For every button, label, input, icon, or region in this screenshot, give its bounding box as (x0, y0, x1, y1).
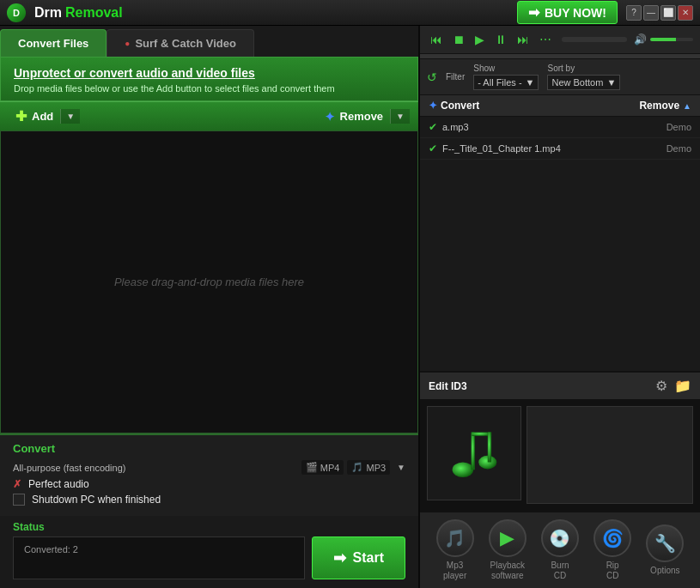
format-buttons: 🎬 MP4 🎵 MP3 ▼ (301, 460, 405, 475)
convert-column-header: ✦ Convert (429, 100, 639, 112)
toolbar-rip-cd[interactable]: 🌀 RipCD (593, 519, 631, 581)
folder-icon[interactable]: 📁 (674, 378, 691, 394)
filter-label: Filter (446, 72, 465, 82)
title-bar: D Drm Removal ➡ BUY NOW! ? — ⬜ ✕ (0, 0, 700, 26)
file-list: ✔ a.mp3 Demo ✔ F--_Title_01_Chapter 1.mp… (420, 117, 700, 371)
player-rewind-button[interactable]: ⏮ (427, 31, 446, 48)
perfect-audio-row: ✗ Perfect audio (13, 478, 405, 490)
edit-id3-label: Edit ID3 (429, 380, 655, 392)
toolbar-playback-software[interactable]: ▶ Playbacksoftware (489, 519, 527, 581)
tab-surf-catch[interactable]: ● Surf & Catch Video (107, 29, 254, 57)
playback-label: Playbacksoftware (490, 561, 525, 581)
player-pause-button[interactable]: ⏸ (491, 31, 510, 48)
add-label: Add (32, 110, 53, 123)
shutdown-label: Shutdown PC when finished (32, 494, 161, 506)
remove-dropdown-arrow[interactable]: ▼ (390, 109, 410, 124)
filter-group: Filter (446, 72, 465, 82)
toolbar-options[interactable]: 🔧 Options (646, 524, 684, 576)
status-row: Converted: 2 ➡ Start (13, 536, 405, 579)
thumbnail-placeholder (527, 406, 693, 504)
sort-select[interactable]: New Bottom ▼ (547, 75, 620, 90)
add-dropdown-arrow[interactable]: ▼ (60, 109, 80, 124)
convert-section: Convert All-purpose (fast encoding) 🎬 MP… (0, 433, 418, 516)
maximize-button[interactable]: ⬜ (660, 5, 676, 21)
logo-icon: D (7, 3, 26, 22)
start-button[interactable]: ➡ Start (312, 536, 405, 579)
status-section: Status Converted: 2 ➡ Start (0, 516, 418, 588)
tab-dot-icon: ● (125, 39, 130, 48)
music-note-icon (444, 423, 504, 483)
table-row[interactable]: ✔ a.mp3 Demo (420, 117, 700, 138)
drop-area[interactable]: Please drag-and-drop media files here (0, 130, 418, 433)
player-forward-button[interactable]: ⏭ (514, 31, 533, 48)
window-controls: ? — ⬜ ✕ (626, 5, 693, 21)
right-panel: ⏮ ⏹ ▶ ⏸ ⏭ ⋯ 🔊 ↺ Filter Show - All Files … (418, 26, 700, 588)
help-button[interactable]: ? (626, 5, 642, 21)
logo-drm: Drm (34, 5, 62, 21)
mp3-icon: 🎵 (351, 462, 363, 473)
status-box: Converted: 2 (13, 536, 305, 579)
start-label: Start (353, 550, 384, 566)
plus-icon: ✚ (15, 108, 27, 124)
remove-button[interactable]: ✦ Remove (318, 107, 391, 126)
file-check-icon: ✔ (429, 121, 437, 133)
tab-convert-files[interactable]: Convert Files (0, 29, 107, 57)
format-text: All-purpose (fast encoding) (13, 463, 125, 473)
add-remove-bar: ✚ Add ▼ ✦ Remove ▼ (0, 101, 418, 130)
mp3-player-icon: 🎵 (436, 519, 474, 557)
remove-col-arrow: ▲ (683, 101, 691, 111)
main-layout: Convert Files ● Surf & Catch Video Unpro… (0, 26, 700, 588)
volume-slider[interactable] (650, 38, 693, 41)
rip-cd-label: RipCD (606, 561, 619, 581)
shutdown-checkbox[interactable] (13, 494, 25, 506)
arrow-icon: ➡ (528, 4, 539, 21)
table-row[interactable]: ✔ F--_Title_01_Chapter 1.mp4 Demo (420, 138, 700, 160)
player-controls: ⏮ ⏹ ▶ ⏸ ⏭ ⋯ 🔊 (420, 26, 700, 54)
svg-rect-4 (488, 433, 491, 463)
edit-id3-bar: Edit ID3 ⚙ 📁 (420, 371, 700, 399)
playback-icon: ▶ (489, 519, 527, 557)
show-label: Show (473, 64, 539, 73)
left-panel: Convert Files ● Surf & Catch Video Unpro… (0, 26, 418, 588)
burn-cd-icon: 💿 (541, 519, 579, 557)
file-list-header: ✦ Convert Remove ▲ (420, 95, 700, 117)
convert-col-label: Convert (441, 100, 479, 112)
start-arrow-icon: ➡ (333, 549, 346, 567)
perfect-audio-label: Perfect audio (28, 478, 89, 490)
show-dropdown-icon: ▼ (526, 77, 535, 88)
minimize-button[interactable]: — (643, 5, 659, 21)
show-group: Show - All Files - ▼ (473, 64, 539, 90)
options-icon: 🔧 (646, 524, 684, 562)
bottom-toolbar: 🎵 Mp3player ▶ Playbacksoftware 💿 BurnCD … (420, 511, 700, 588)
toolbar-burn-cd[interactable]: 💿 BurnCD (541, 519, 579, 581)
show-value: - All Files - (478, 77, 521, 88)
gear-icon[interactable]: ⚙ (655, 378, 667, 394)
svg-rect-2 (472, 433, 475, 470)
show-select[interactable]: - All Files - ▼ (473, 75, 539, 90)
mp3-button[interactable]: 🎵 MP3 (347, 460, 390, 475)
logo-removal: Removal (65, 5, 123, 21)
format-row: All-purpose (fast encoding) 🎬 MP4 🎵 MP3 … (13, 460, 405, 475)
sort-group: Sort by New Bottom ▼ (547, 64, 620, 90)
player-stop-button[interactable]: ⏹ (449, 31, 468, 48)
buy-now-button[interactable]: ➡ BUY NOW! (517, 1, 618, 24)
file-check-icon: ✔ (429, 142, 437, 155)
shutdown-row: Shutdown PC when finished (13, 494, 405, 506)
format-dropdown-arrow[interactable]: ▼ (397, 463, 405, 472)
mp4-icon: 🎬 (306, 462, 318, 473)
mp3-label: MP3 (366, 463, 386, 473)
player-more-button[interactable]: ⋯ (536, 31, 555, 48)
close-button[interactable]: ✕ (678, 5, 693, 21)
player-progress-bar[interactable] (562, 37, 627, 42)
remove-star-icon: ✦ (325, 110, 335, 124)
options-label: Options (650, 566, 679, 576)
file-status: Demo (667, 143, 691, 154)
svg-point-0 (453, 463, 474, 478)
player-play-button[interactable]: ▶ (472, 31, 488, 48)
toolbar-mp3-player[interactable]: 🎵 Mp3player (436, 519, 474, 581)
refresh-icon[interactable]: ↺ (427, 70, 437, 84)
file-status: Demo (667, 122, 691, 132)
mp4-button[interactable]: 🎬 MP4 (301, 460, 344, 475)
add-button[interactable]: ✚ Add (9, 106, 60, 127)
filter-row: ↺ Filter Show - All Files - ▼ Sort by Ne… (420, 59, 700, 95)
